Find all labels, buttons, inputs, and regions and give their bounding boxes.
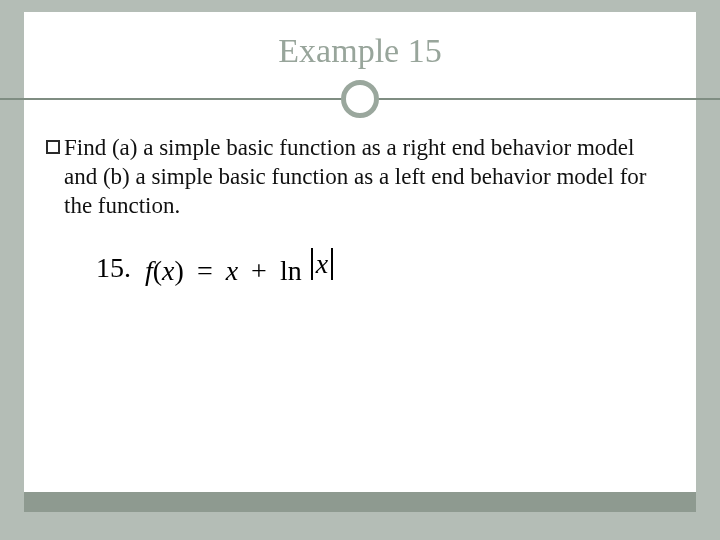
slide: Example 15 Find (a) a simple basic funct… <box>0 0 720 540</box>
fn-arg: x <box>162 255 174 286</box>
equation-expression: f(x) = x + ln x <box>145 248 333 287</box>
slide-title: Example 15 <box>24 12 696 80</box>
footer-bar <box>24 492 696 512</box>
fn-name: f <box>145 255 153 286</box>
abs-content: x <box>313 248 331 280</box>
content-box: Example 15 Find (a) a simple basic funct… <box>24 12 696 492</box>
title-divider <box>24 80 696 120</box>
body: Find (a) a simple basic function as a ri… <box>24 120 696 287</box>
rhs-term-x: x <box>226 255 238 286</box>
equals-sign: = <box>197 255 213 286</box>
open-paren: ( <box>153 255 162 286</box>
equation-number: 15. <box>96 252 131 284</box>
close-paren: ) <box>175 255 184 286</box>
bullet-item: Find (a) a simple basic function as a ri… <box>46 134 666 220</box>
equation: 15. f(x) = x + ln x <box>96 248 666 287</box>
ln-label: ln <box>280 255 302 286</box>
body-text: Find (a) a simple basic function as a ri… <box>64 134 666 220</box>
square-bullet-icon <box>46 140 60 154</box>
plus-sign: + <box>251 255 267 286</box>
absolute-value: x <box>311 248 333 280</box>
divider-circle-icon <box>341 80 379 118</box>
abs-bar-right-icon <box>331 248 333 280</box>
